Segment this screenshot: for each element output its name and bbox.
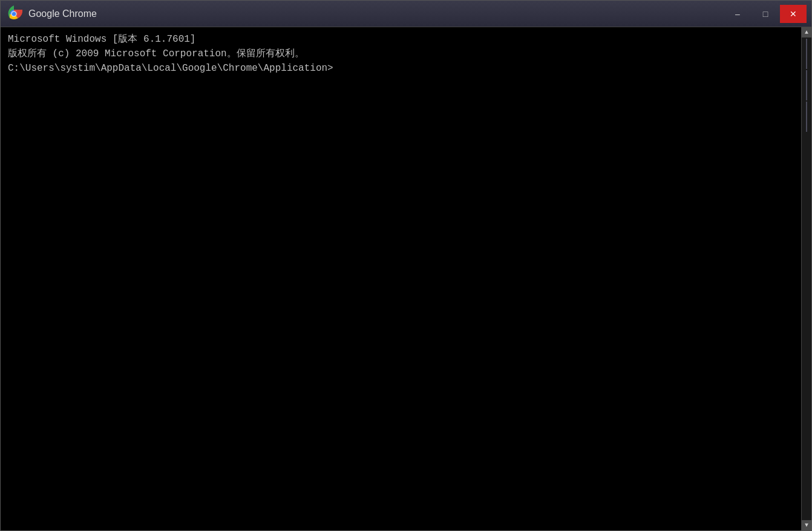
title-bar: Google Chrome – □ ✕: [1, 1, 811, 27]
scrollbar-track[interactable]: [802, 37, 811, 520]
maximize-button[interactable]: □: [752, 5, 779, 23]
cmd-line-4: C:\Users\systim\AppData\Local\Google\Chr…: [8, 61, 794, 76]
cmd-line-1: Microsoft Windows [版本 6.1.7601]: [8, 32, 794, 47]
cmd-line-2: 版权所有 (c) 2009 Microsoft Corporation。保留所有…: [8, 47, 794, 61]
scrollbar-thumb-line3: [806, 102, 807, 132]
title-bar-left: Google Chrome: [5, 5, 97, 22]
scroll-down-button[interactable]: ▼: [802, 520, 812, 530]
scroll-up-button[interactable]: ▲: [802, 27, 812, 37]
main-window: Google Chrome – □ ✕ Microsoft Windows [版…: [0, 0, 812, 531]
scrollbar-thumb-line2: [806, 70, 807, 100]
title-bar-controls: – □ ✕: [724, 5, 807, 23]
svg-point-4: [12, 11, 16, 16]
scrollbar[interactable]: ▲ ▼: [801, 27, 811, 530]
minimize-button[interactable]: –: [724, 5, 751, 23]
window-title: Google Chrome: [28, 8, 97, 19]
scrollbar-thumb-line: [806, 39, 807, 69]
cmd-content[interactable]: Microsoft Windows [版本 6.1.7601] 版权所有 (c)…: [1, 27, 801, 530]
chrome-logo-icon: [5, 5, 22, 22]
close-button[interactable]: ✕: [780, 5, 807, 23]
cmd-area: Microsoft Windows [版本 6.1.7601] 版权所有 (c)…: [1, 27, 811, 530]
